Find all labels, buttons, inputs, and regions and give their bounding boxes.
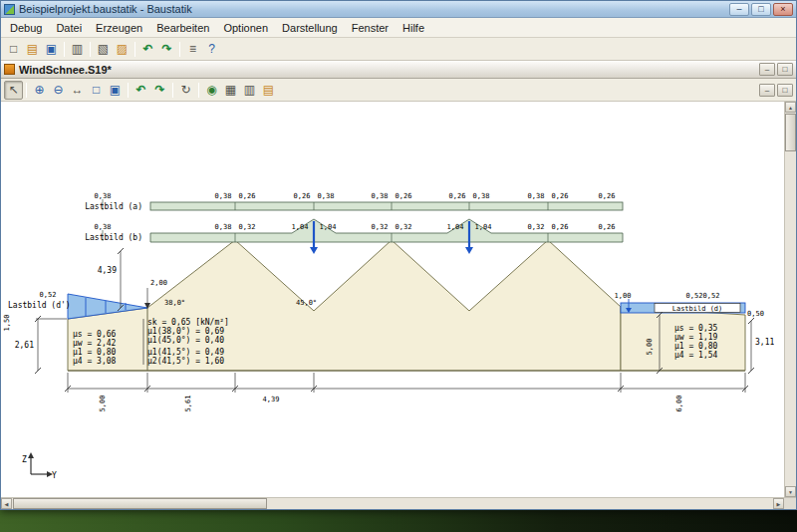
dim-value: 3,11 xyxy=(755,338,774,347)
horizontal-scrollbar[interactable]: ◀ ▶ xyxy=(1,497,784,509)
close-button[interactable]: × xyxy=(773,3,793,16)
load-value: 0,38 xyxy=(318,192,335,200)
menu-erzeugen[interactable]: Erzeugen xyxy=(89,20,149,36)
nav-forward-icon[interactable]: ↷ xyxy=(150,81,169,100)
select-cursor-icon[interactable]: ↖ xyxy=(4,81,23,100)
scroll-right-icon[interactable]: ▶ xyxy=(773,498,784,509)
window-controls: – □ × xyxy=(729,3,793,16)
toolbar-separator xyxy=(64,42,65,57)
scroll-up-icon[interactable]: ▲ xyxy=(785,102,796,113)
document-minimize-button[interactable]: – xyxy=(759,63,775,76)
info-line: sk = 0,65 [kN/m²] xyxy=(147,318,229,327)
pane-split-icon[interactable]: □ xyxy=(777,84,793,97)
load-value: 0,52 xyxy=(40,291,57,299)
toolbar-separator xyxy=(90,42,91,57)
factor-line: µw = 1,19 xyxy=(674,333,718,342)
help-icon[interactable]: ? xyxy=(202,40,221,59)
paste-icon[interactable]: ▨ xyxy=(113,40,132,59)
nav-back-icon[interactable]: ↶ xyxy=(132,81,150,100)
zoom-window-icon[interactable]: □ xyxy=(87,81,106,100)
redo-icon[interactable]: ↷ xyxy=(157,40,176,59)
grid-icon[interactable]: ▦ xyxy=(221,81,240,100)
factor-line: µs = 0,35 xyxy=(674,324,718,333)
display-options-icon[interactable]: ◉ xyxy=(202,81,221,100)
document-restore-button[interactable]: □ xyxy=(777,63,793,76)
minimize-button[interactable]: – xyxy=(729,3,749,16)
load-value: 0,26 xyxy=(396,192,412,200)
axis-z-label: Z xyxy=(22,455,27,464)
load-value: 1,04 xyxy=(292,223,309,231)
menu-bearbeiten[interactable]: Bearbeiten xyxy=(149,20,216,36)
factor-line: µ4 = 3,08 xyxy=(73,357,117,366)
left-factor-block: µs = 0,66 µw = 2,42 µ1 = 0,80 µ4 = 3,08 xyxy=(73,330,117,366)
view-toolbar: ↖ ⊕ ⊖ ↔ □ ▣ ↶ ↷ ↻ ◉ ▦ ▥ ▤ – □ xyxy=(1,79,796,102)
load-value: 0,26 xyxy=(239,192,256,200)
zoom-in-icon[interactable]: ⊕ xyxy=(30,81,49,100)
pane-controls: – □ xyxy=(759,84,793,97)
right-factor-block: µs = 0,35 µw = 1,19 µ1 = 0,80 µ4 = 1,54 xyxy=(674,324,718,360)
dim-value: 6,00 xyxy=(675,396,683,412)
document-title-bar[interactable]: WindSchnee.S19* – □ xyxy=(1,61,796,79)
copy-icon[interactable]: ▧ xyxy=(94,40,113,59)
menu-bar: Debug Datei Erzeugen Bearbeiten Optionen… xyxy=(1,18,796,38)
angle-value: 38,0° xyxy=(164,299,185,307)
pan-icon[interactable]: ↔ xyxy=(68,81,87,100)
menu-fenster[interactable]: Fenster xyxy=(345,20,396,36)
factor-line: µ1 = 0,80 xyxy=(73,348,117,357)
menu-debug[interactable]: Debug xyxy=(3,20,49,36)
load-value: 0,32 xyxy=(239,223,256,231)
drawing-area[interactable]: Lastbild (a) 0,38 0,38 0,26 0,26 0,38 0,… xyxy=(1,102,784,497)
main-window: Beispielprojekt.baustatik - Baustatik – … xyxy=(0,0,797,510)
refresh-icon[interactable]: ↻ xyxy=(176,81,195,100)
menu-optionen[interactable]: Optionen xyxy=(216,20,275,36)
factor-line: µ4 = 1,54 xyxy=(674,351,718,360)
toolbar-separator xyxy=(134,42,135,57)
pane-minimize-icon[interactable]: – xyxy=(759,84,775,97)
new-file-icon[interactable]: □ xyxy=(4,40,23,59)
load-value: 0,26 xyxy=(599,192,616,200)
load-value: 1,04 xyxy=(447,223,464,231)
zoom-extents-icon[interactable]: ▣ xyxy=(106,81,125,100)
open-file-icon[interactable]: ▤ xyxy=(23,40,42,59)
scroll-left-icon[interactable]: ◀ xyxy=(1,498,12,509)
undo-icon[interactable]: ↶ xyxy=(138,40,157,59)
dim-value: 2,61 xyxy=(15,341,34,350)
load-value: 0,26 xyxy=(449,192,466,200)
drawing-canvas[interactable]: Lastbild (a) 0,38 0,38 0,26 0,26 0,38 0,… xyxy=(1,102,774,497)
maximize-button[interactable]: □ xyxy=(751,3,771,16)
vertical-scrollbar[interactable]: ▲ ▼ xyxy=(784,102,796,497)
print-icon[interactable]: ▥ xyxy=(68,40,87,59)
window-title: Beispielprojekt.baustatik - Baustatik xyxy=(19,3,192,15)
load-value: 0,52 xyxy=(703,292,720,300)
load-value: 0,38 xyxy=(528,192,545,200)
load-value: 0,26 xyxy=(599,223,616,231)
toolbar-separator xyxy=(172,83,173,98)
zoom-out-icon[interactable]: ⊖ xyxy=(49,81,68,100)
dim-value: 5,00 xyxy=(646,339,654,356)
dim-value: 4,39 xyxy=(263,396,280,403)
table-icon[interactable]: ▥ xyxy=(240,81,259,100)
dim-value: 5,61 xyxy=(184,396,192,412)
desktop: Beispielprojekt.baustatik - Baustatik – … xyxy=(0,0,797,532)
save-file-icon[interactable]: ▣ xyxy=(42,40,61,59)
document-icon xyxy=(4,64,15,75)
horizontal-scroll-thumb[interactable] xyxy=(13,498,267,509)
main-toolbar: □ ▤ ▣ ▥ ▧ ▨ ↶ ↷ ≡ ? xyxy=(1,38,796,61)
load-value: 0,26 xyxy=(294,192,311,200)
menu-darstellung[interactable]: Darstellung xyxy=(275,20,345,36)
title-bar[interactable]: Beispielprojekt.baustatik - Baustatik – … xyxy=(1,1,796,18)
load-value: 0,32 xyxy=(528,223,545,231)
load-value: 0,32 xyxy=(372,223,389,231)
scroll-down-icon[interactable]: ▼ xyxy=(785,486,796,497)
menu-datei[interactable]: Datei xyxy=(49,20,89,36)
layers-icon[interactable]: ▤ xyxy=(259,81,278,100)
toolbar-separator xyxy=(179,42,180,57)
vertical-scroll-thumb[interactable] xyxy=(785,114,796,151)
load-value: 0,38 xyxy=(95,223,112,231)
settings-icon[interactable]: ≡ xyxy=(183,40,202,59)
lastbild-d2-label: Lastbild (d') xyxy=(8,301,71,310)
document-window-controls: – □ xyxy=(759,63,793,76)
info-line: µ2(41,5°) = 1,60 xyxy=(147,357,224,366)
menu-hilfe[interactable]: Hilfe xyxy=(396,20,431,36)
info-line: µ1(41,5°) = 0,49 xyxy=(147,348,224,357)
